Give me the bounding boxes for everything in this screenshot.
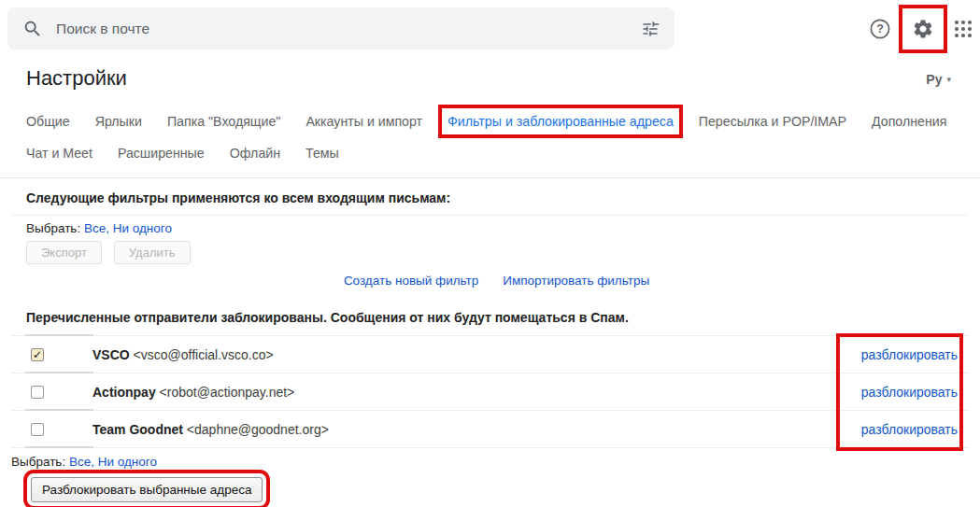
divider-segment: [25, 372, 93, 373]
search-placeholder: Поиск в почте: [56, 21, 149, 37]
select-none-link[interactable]: Ни одного: [98, 455, 157, 469]
create-filter-link[interactable]: Создать новый фильтр: [344, 274, 478, 288]
sender-cell: Actionpay <robot@actionpay.net>: [92, 385, 294, 400]
top-bar: Поиск в почте ?: [0, 0, 980, 57]
tab-row-2: Чат и Meet Расширенные Офлайн Темы: [26, 141, 961, 165]
table-row: Actionpay <robot@actionpay.net> разблоки…: [11, 373, 969, 410]
search-icon[interactable]: [22, 19, 43, 39]
tab-inbox[interactable]: Папка "Входящие": [167, 114, 280, 129]
unblock-selected-button[interactable]: Разблокировать выбранные адреса: [31, 477, 263, 502]
row-checkbox[interactable]: [31, 386, 44, 399]
svg-text:?: ?: [876, 22, 884, 35]
tab-advanced[interactable]: Расширенные: [118, 146, 205, 161]
unblock-link[interactable]: разблокировать: [861, 385, 958, 400]
tab-accounts-import[interactable]: Аккаунты и импорт: [305, 114, 422, 129]
row-checkbox[interactable]: [31, 423, 44, 436]
select-all-link[interactable]: Все,: [69, 455, 94, 469]
settings-tabs: Общие Ярлыки Папка "Входящие" Аккаунты и…: [0, 100, 980, 165]
row-checkbox[interactable]: ✓: [31, 348, 44, 361]
filters-buttons-row: Экспорт Удалить: [26, 241, 967, 264]
blocked-heading: Перечисленные отправители заблокированы.…: [26, 310, 967, 325]
sender-cell: Team Goodnet <daphne@goodnet.org>: [92, 422, 329, 437]
sender-cell: VSCO <vsco@official.vsco.co>: [92, 347, 274, 362]
blocked-section: Перечисленные отправители заблокированы.…: [0, 310, 980, 325]
tab-general[interactable]: Общие: [26, 114, 70, 129]
select-label: Выбрать:: [11, 455, 65, 469]
tab-addons[interactable]: Дополнения: [872, 114, 946, 129]
blocked-table: ✓ VSCO <vsco@official.vsco.co> разблокир…: [11, 335, 969, 448]
chevron-down-icon: ▾: [946, 75, 951, 84]
table-row: ✓ VSCO <vsco@official.vsco.co> разблокир…: [11, 336, 969, 373]
filters-heading: Следующие фильтры применяются ко всем вх…: [26, 190, 967, 205]
tab-themes[interactable]: Темы: [305, 146, 339, 161]
unblock-link[interactable]: разблокировать: [861, 347, 958, 362]
divider-segment: [25, 409, 93, 411]
tab-labels[interactable]: Ярлыки: [95, 114, 142, 129]
sender-name: Team Goodnet: [92, 422, 183, 437]
row-divider: [11, 410, 969, 411]
select-all-link[interactable]: Все,: [84, 221, 109, 235]
tab-forwarding-pop-imap[interactable]: Пересылка и POP/IMAP: [699, 114, 846, 129]
sender-name: Actionpay: [92, 385, 156, 400]
apps-grid-icon[interactable]: [952, 18, 974, 40]
divider-segment: [25, 446, 93, 448]
row-divider: [11, 373, 969, 373]
import-filters-link[interactable]: Импортировать фильтры: [503, 274, 649, 288]
unblock-link[interactable]: разблокировать: [861, 422, 958, 437]
sender-email: <vsco@official.vsco.co>: [134, 347, 274, 362]
page-title: Настройки: [26, 66, 127, 91]
settings-gear-icon[interactable]: [912, 18, 934, 40]
delete-button[interactable]: Удалить: [114, 241, 191, 264]
tab-chat-meet[interactable]: Чат и Meet: [26, 146, 92, 161]
filter-links-row: Создать новый фильтр Импортировать фильт…: [26, 274, 967, 288]
sender-email: <robot@actionpay.net>: [160, 385, 295, 400]
tabs-divider: [0, 177, 980, 178]
tab-filters-blocked[interactable]: Фильтры и заблокированные адреса: [447, 114, 674, 129]
help-icon[interactable]: ?: [869, 18, 891, 40]
select-label: Выбрать:: [26, 221, 80, 235]
tab-row-1: Общие Ярлыки Папка "Входящие" Аккаунты и…: [26, 109, 961, 134]
filters-select-row: Выбрать: Все, Ни одного: [26, 221, 967, 235]
input-tools-label: Ру: [926, 72, 942, 87]
sender-email: <daphne@goodnet.org>: [187, 422, 329, 437]
filters-section: Следующие фильтры применяются ко всем вх…: [0, 190, 980, 288]
section-divider: [11, 215, 967, 216]
blocked-select-row: Выбрать: Все, Ни одного: [11, 455, 980, 469]
table-row: Team Goodnet <daphne@goodnet.org> разбло…: [11, 411, 969, 447]
export-button[interactable]: Экспорт: [26, 241, 102, 264]
divider-segment: [25, 334, 93, 336]
tab-offline[interactable]: Офлайн: [230, 146, 280, 161]
search-input[interactable]: Поиск в почте: [7, 7, 675, 49]
select-none-link[interactable]: Ни одного: [113, 221, 172, 235]
sender-name: VSCO: [92, 347, 130, 362]
row-divider: [11, 335, 969, 336]
input-tools-selector[interactable]: Ру ▾: [926, 72, 951, 87]
search-options-icon[interactable]: [641, 20, 660, 38]
row-divider: [11, 447, 969, 448]
settings-header: Настройки Ру ▾: [0, 57, 980, 100]
